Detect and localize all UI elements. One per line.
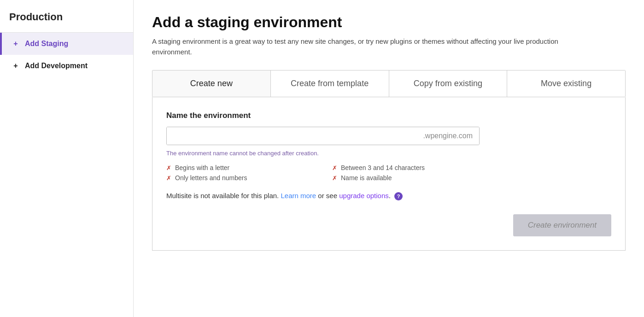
sidebar-item-add-development[interactable]: + Add Development <box>0 55 133 77</box>
multisite-or-see: or see <box>318 192 339 200</box>
upgrade-options-link[interactable]: upgrade options <box>339 192 389 200</box>
sidebar-item-label-staging: Add Staging <box>25 40 68 48</box>
multisite-text: Multisite is not available for this plan… <box>166 192 279 200</box>
validation-between-chars: ✗ Between 3 and 14 characters <box>332 164 480 171</box>
create-environment-button[interactable]: Create environment <box>513 214 611 236</box>
validation-grid: ✗ Begins with a letter ✗ Between 3 and 1… <box>166 164 480 182</box>
validation-begins-with-letter: ✗ Begins with a letter <box>166 164 314 171</box>
form-area: Name the environment .wpengine.com The e… <box>152 97 626 251</box>
env-name-input[interactable] <box>167 127 416 145</box>
page-description: A staging environment is a great way to … <box>152 36 594 57</box>
tab-create-from-template[interactable]: Create from template <box>271 70 389 97</box>
tab-create-new[interactable]: Create new <box>152 70 271 97</box>
tab-bar: Create new Create from template Copy fro… <box>152 70 626 97</box>
validation-icon-only-letters: ✗ <box>166 175 171 182</box>
plus-icon-staging: + <box>11 39 20 48</box>
validation-text-name-available: Name is available <box>341 174 392 182</box>
production-label: Production <box>9 11 63 23</box>
sidebar-item-add-staging[interactable]: + Add Staging <box>0 33 133 55</box>
tab-copy-from-existing[interactable]: Copy from existing <box>389 70 508 97</box>
form-section-label: Name the environment <box>166 111 611 120</box>
env-name-input-wrapper: .wpengine.com <box>166 127 480 145</box>
main-content: Add a staging environment A staging envi… <box>134 0 644 317</box>
validation-icon-begins-letter: ✗ <box>166 164 171 171</box>
validation-icon-name-available: ✗ <box>332 175 337 182</box>
validation-name-available: ✗ Name is available <box>332 174 480 182</box>
validation-icon-between-chars: ✗ <box>332 164 337 171</box>
validation-text-between-chars: Between 3 and 14 characters <box>341 164 425 171</box>
learn-more-link[interactable]: Learn more <box>281 192 316 200</box>
page-title: Add a staging environment <box>152 14 626 31</box>
help-icon[interactable]: ? <box>394 192 403 200</box>
validation-only-letters-numbers: ✗ Only letters and numbers <box>166 174 314 182</box>
sidebar-item-label-development: Add Development <box>25 62 88 70</box>
validation-text-begins-letter: Begins with a letter <box>175 164 229 171</box>
validation-text-only-letters: Only letters and numbers <box>175 174 247 182</box>
sidebar-production: Production <box>0 0 133 33</box>
plus-icon-development: + <box>11 61 20 70</box>
multisite-notice: Multisite is not available for this plan… <box>166 192 611 200</box>
env-input-suffix: .wpengine.com <box>416 127 479 145</box>
tab-move-existing[interactable]: Move existing <box>507 70 625 97</box>
sidebar: Production + Add Staging + Add Developme… <box>0 0 134 317</box>
env-name-note: The environment name cannot be changed a… <box>166 150 611 157</box>
